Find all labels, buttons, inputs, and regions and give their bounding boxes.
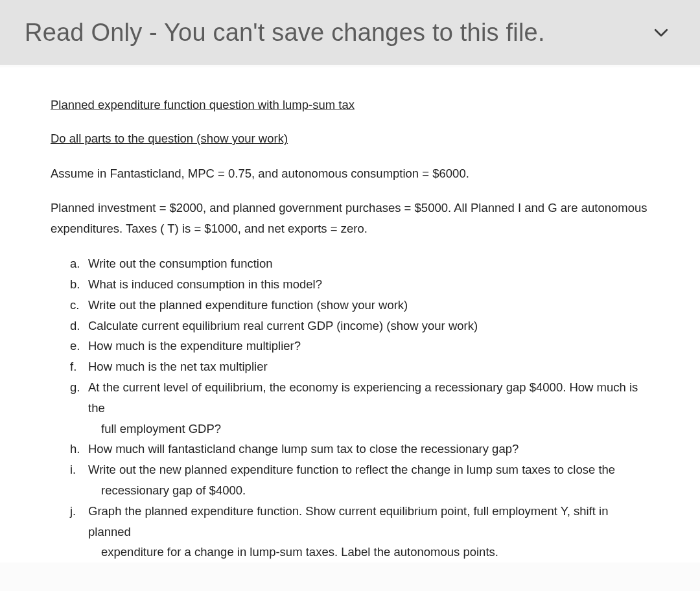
paragraph-1: Assume in Fantasticland, MPC = 0.75, and… [51,163,649,184]
list-item: e. How much is the expenditure multiplie… [70,336,649,356]
list-marker: g. [70,377,84,398]
list-text: Write out the planned expenditure functi… [88,298,408,312]
list-text: At the current level of equilibrium, the… [88,380,638,415]
list-item: g. At the current level of equilibrium, … [70,377,649,439]
list-item: f. How much is the net tax multiplier [70,356,649,377]
list-text: Write out the consumption function [88,257,273,270]
page-area: Planned expenditure function question wi… [0,65,700,591]
list-marker: h. [70,439,84,459]
list-item: d. Calculate current equilibrium real cu… [70,316,649,336]
chevron-down-icon [651,23,671,42]
list-text-cont: recessionary gap of $4000. [88,480,649,501]
list-text: How much will fantasticland change lump … [88,442,519,456]
read-only-banner: Read Only - You can't save changes to th… [0,0,700,65]
list-text: How much is the expenditure multiplier? [88,339,301,353]
list-text: How much is the net tax multiplier [88,360,268,373]
list-marker: b. [70,274,84,295]
list-marker: a. [70,253,84,274]
heading-2: Do all parts to the question (show your … [51,128,649,149]
list-item: h. How much will fantasticland change lu… [70,439,649,459]
list-text-cont: full employment GDP? [88,419,649,439]
question-list: a. Write out the consumption function b.… [51,253,649,562]
list-marker: j. [70,501,84,522]
list-marker: d. [70,316,84,336]
list-text-cont: expenditure for a change in lump-sum tax… [88,542,649,562]
document-body: Planned expenditure function question wi… [0,67,700,562]
list-item: i. Write out the new planned expenditure… [70,459,649,501]
heading-1: Planned expenditure function question wi… [51,95,649,115]
list-item: j. Graph the planned expenditure functio… [70,501,649,562]
list-item: b. What is induced consumption in this m… [70,274,649,295]
list-text: What is induced consumption in this mode… [88,277,322,291]
heading-2-text: Do all parts to the question (show your … [51,132,288,145]
read-only-text: Read Only - You can't save changes to th… [25,19,545,47]
list-marker: f. [70,356,84,377]
list-marker: i. [70,459,84,480]
list-item: c. Write out the planned expenditure fun… [70,295,649,316]
heading-1-text: Planned expenditure function question wi… [51,98,355,111]
paragraph-2: Planned investment = $2000, and planned … [51,198,649,239]
list-text: Graph the planned expenditure function. … [88,504,608,539]
list-marker: c. [70,295,84,316]
list-item: a. Write out the consumption function [70,253,649,274]
list-marker: e. [70,336,84,356]
list-text: Write out the new planned expenditure fu… [88,463,615,476]
banner-collapse-button[interactable] [648,19,674,45]
list-text: Calculate current equilibrium real curre… [88,319,478,332]
